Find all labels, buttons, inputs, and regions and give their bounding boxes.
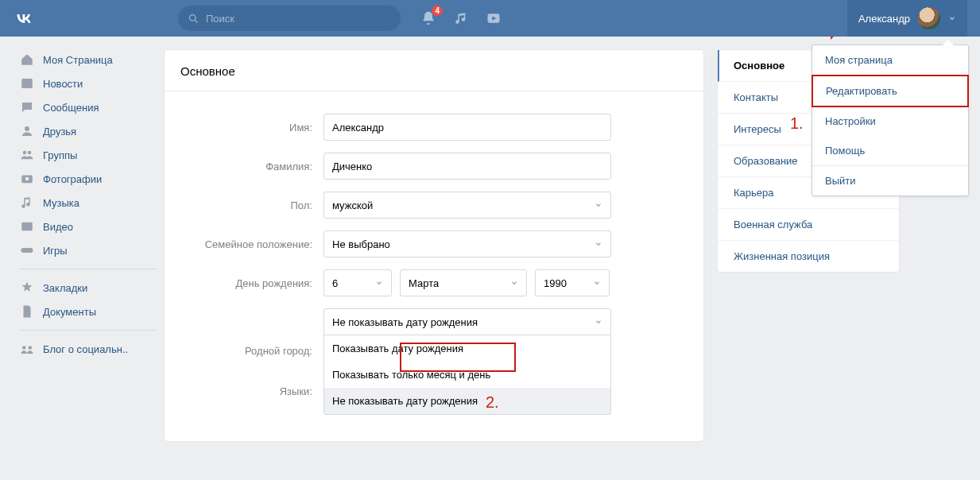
profile-form: Имя: Фамилия: Пол: мужской Семейное поло… — [165, 91, 703, 397]
photos-icon — [19, 172, 35, 186]
nav-label: Блог о социальн.. — [43, 343, 128, 355]
nav-news[interactable]: Новости — [13, 72, 164, 95]
avatar — [918, 7, 940, 29]
annotation-1: 1. — [790, 114, 804, 133]
select-value: Не показывать дату рождения — [332, 316, 478, 328]
rnav-life[interactable]: Жизненная позиция — [718, 241, 899, 272]
bvis-wrapper: Не показывать дату рождения Показывать д… — [323, 308, 611, 415]
rnav-military[interactable]: Военная служба — [718, 209, 899, 241]
svg-point-0 — [190, 14, 196, 21]
chevron-down-icon — [510, 279, 518, 287]
messages-icon — [19, 100, 35, 114]
nav-label: Документы — [43, 306, 96, 318]
svg-point-9 — [22, 346, 26, 350]
svg-rect-8 — [21, 223, 33, 231]
nav-docs[interactable]: Документы — [13, 300, 164, 323]
select-bvis[interactable]: Не показывать дату рождения — [323, 308, 611, 335]
nav-bookmarks[interactable]: Закладки — [13, 276, 164, 300]
select-value: 6 — [332, 277, 338, 289]
nav-my-page[interactable]: Моя Страница — [13, 48, 164, 72]
bvis-dropdown: Показывать дату рождения Показывать толь… — [323, 335, 611, 415]
search-input[interactable] — [206, 13, 391, 25]
label-marital: Семейное положение: — [165, 238, 323, 250]
svg-point-7 — [25, 177, 29, 181]
friends-icon — [19, 124, 35, 138]
video-nav-icon — [19, 219, 35, 234]
label-birthday: День рождения: — [165, 277, 323, 289]
dd-edit[interactable]: Редактировать — [812, 75, 969, 107]
nav-label: Фотографии — [43, 173, 102, 185]
dd-logout[interactable]: Выйти — [812, 166, 968, 195]
nav-games[interactable]: Игры — [13, 238, 164, 262]
nav-photos[interactable]: Фотографии — [13, 167, 164, 191]
nav-label: Игры — [43, 245, 68, 257]
leftnav: Моя Страница Новости Сообщения Друзья Гр… — [13, 37, 164, 442]
nav-label: Сообщения — [43, 102, 99, 114]
chevron-down-icon — [375, 279, 383, 287]
dd-settings[interactable]: Настройки — [812, 106, 968, 136]
annotation-2: 2. — [486, 393, 499, 412]
user-menu-trigger[interactable]: Александр — [847, 0, 967, 37]
select-value: мужской — [332, 199, 373, 211]
svg-point-3 — [25, 126, 29, 131]
card-title: Основное — [165, 50, 703, 91]
input-name[interactable] — [323, 114, 611, 141]
notifications-icon[interactable]: 4 — [420, 10, 436, 26]
nav-friends[interactable]: Друзья — [13, 119, 164, 143]
chevron-down-icon — [595, 240, 602, 248]
chevron-down-icon — [595, 201, 602, 209]
main-card: Основное Имя: Фамилия: Пол: мужской Семе… — [164, 49, 704, 442]
bvis-opt-0[interactable]: Показывать дату рождения — [324, 335, 610, 362]
bvis-opt-2[interactable]: Не показывать дату рождения — [324, 388, 610, 414]
label-surname: Фамилия: — [165, 161, 323, 172]
bookmarks-icon — [19, 281, 35, 295]
docs-icon — [19, 304, 35, 319]
games-icon — [19, 243, 35, 257]
groups-icon — [19, 148, 35, 162]
music-nav-icon — [19, 195, 35, 210]
nav-blog[interactable]: Блог о социальн.. — [13, 337, 164, 361]
dd-my-page[interactable]: Моя страница — [812, 45, 968, 75]
select-marital[interactable]: Не выбрано — [323, 230, 611, 257]
select-value: 1990 — [544, 277, 567, 289]
nav-label: Группы — [43, 149, 77, 161]
nav-label: Новости — [43, 78, 83, 90]
video-icon[interactable] — [486, 10, 502, 26]
header-bar: 4 Александр — [0, 0, 980, 37]
notif-badge: 4 — [432, 6, 443, 16]
bvis-opt-1[interactable]: Показывать только месяц и день — [324, 362, 610, 388]
nav-music[interactable]: Музыка — [13, 191, 164, 215]
nav-messages[interactable]: Сообщения — [13, 95, 164, 119]
input-surname[interactable] — [323, 153, 611, 180]
user-dropdown: Моя страница Редактировать Настройки Пом… — [812, 45, 969, 196]
select-value: Не выбрано — [332, 238, 390, 250]
select-bday-month[interactable]: Марта — [400, 269, 527, 296]
select-gender[interactable]: мужской — [323, 192, 611, 219]
home-icon — [19, 52, 35, 67]
label-gender: Пол: — [165, 199, 323, 211]
nav-label: Видео — [43, 221, 73, 233]
select-bday-year[interactable]: 1990 — [535, 269, 610, 296]
nav-groups[interactable]: Группы — [13, 143, 164, 167]
dd-help[interactable]: Помощь — [812, 136, 968, 165]
search-box[interactable] — [178, 6, 401, 31]
birthday-group: 6 Марта 1990 — [323, 269, 610, 296]
select-value: Марта — [409, 277, 439, 289]
select-bday-day[interactable]: 6 — [323, 269, 392, 296]
chevron-down-icon — [595, 318, 602, 326]
svg-point-5 — [28, 151, 32, 155]
label-name: Имя: — [165, 122, 323, 134]
vk-logo[interactable] — [13, 7, 35, 29]
label-hometown: Родной город: — [165, 345, 323, 357]
community-icon — [19, 342, 35, 356]
svg-point-10 — [29, 346, 33, 350]
svg-rect-2 — [21, 79, 33, 88]
header-icons: 4 — [420, 10, 502, 26]
nav-label: Друзья — [43, 126, 76, 137]
search-icon — [188, 13, 199, 25]
music-icon[interactable] — [454, 11, 468, 25]
nav-label: Закладки — [43, 282, 87, 294]
nav-video[interactable]: Видео — [13, 215, 164, 238]
label-languages: Языки: — [165, 385, 323, 397]
news-icon — [19, 76, 35, 91]
